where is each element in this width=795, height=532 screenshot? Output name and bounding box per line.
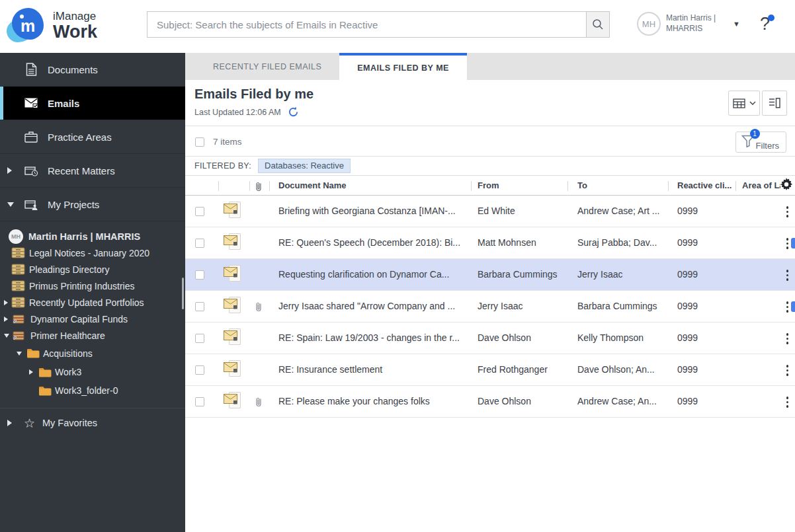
row-checkbox[interactable] (195, 302, 204, 311)
column-header-document-name[interactable]: Document Name (278, 180, 467, 190)
tree-item-recently-updated-portfolios[interactable]: Recently Updated Portfolios (0, 294, 185, 311)
sidebar-scrollbar[interactable] (182, 278, 184, 309)
tab-emails-filed-by-me[interactable]: EMAILS FILED BY ME (339, 53, 467, 80)
tree-item-primer-healthcare[interactable]: Primer Healthcare (0, 327, 185, 344)
expand-arrow-icon[interactable] (7, 167, 12, 174)
sidebar-item-recent-matters[interactable]: Recent Matters (0, 154, 185, 188)
preview-pane-icon (769, 98, 780, 108)
search-icon (592, 19, 604, 30)
search-input[interactable] (147, 11, 586, 38)
filters-label: Filters (756, 141, 779, 151)
imanage-logo-icon: m (7, 8, 45, 44)
row-menu-kebab-icon[interactable] (786, 365, 789, 376)
app-header: m iManage Work MH Martin Harris | MHARRI… (0, 0, 795, 53)
preview-pane-button[interactable] (762, 91, 787, 116)
column-header-from[interactable]: From (478, 180, 570, 190)
sidebar-item-practice-areas[interactable]: Practice Areas (0, 120, 185, 154)
cell-from: Ed White (478, 196, 570, 227)
row-menu-kebab-icon[interactable] (786, 301, 789, 313)
row-menu-kebab-icon[interactable] (786, 206, 789, 217)
cell-to: Andrew Case; Art ... (577, 196, 670, 227)
help-button[interactable]: ? (760, 14, 770, 34)
cell-from: Fred Rothganger (478, 354, 570, 385)
tree-item-dynamor-capital-funds[interactable]: Dynamor Capital Funds (0, 311, 185, 327)
column-header-area-of-law[interactable]: Area of La (742, 180, 780, 190)
row-menu-kebab-icon[interactable] (786, 397, 789, 408)
tree-item-label: Recently Updated Portfolios (29, 297, 144, 308)
email-row[interactable]: Briefing with Georgiana Costanza [IMAN-.… (185, 196, 795, 227)
tree-item-label: Dynamor Capital Funds (30, 314, 128, 324)
email-row[interactable]: RE: Spain: Law 19/2003 - changes in the … (185, 323, 795, 354)
column-header-to[interactable]: To (577, 180, 670, 190)
paperclip-icon[interactable] (255, 180, 263, 192)
sidebar-item-emails[interactable]: Emails (0, 87, 185, 120)
row-menu-kebab-icon[interactable] (786, 238, 789, 249)
row-checkbox[interactable] (195, 334, 204, 343)
column-settings-gear-icon[interactable] (780, 178, 793, 193)
row-checkbox[interactable] (195, 239, 204, 248)
email-row[interactable]: RE: Insurance settlement Fred Rothganger… (185, 354, 795, 386)
tree-item-label: Acquisitions (43, 348, 93, 359)
cell-reactive-client: 0999 (677, 354, 734, 385)
select-all-checkbox[interactable] (195, 137, 204, 147)
expand-arrow-icon[interactable] (4, 317, 8, 322)
row-menu-kebab-icon[interactable] (786, 333, 789, 344)
email-row[interactable]: RE: Queen's Speech (December 2018): Bi..… (185, 227, 795, 259)
sidebar-item-my-favorites[interactable]: ☆ My Favorites (0, 408, 185, 437)
workspace-icon (13, 331, 24, 340)
expand-arrow-icon[interactable] (4, 300, 8, 305)
cell-document-name: Jerry Isaac shared "Arrow Company and ..… (278, 291, 467, 322)
tree-item-label: Pleadings Directory (29, 264, 109, 275)
column-header-reactive-client[interactable]: Reactive cli... (677, 180, 734, 190)
collapse-arrow-icon[interactable] (4, 334, 9, 338)
search-button[interactable] (586, 11, 610, 38)
sidebar-item-my-projects[interactable]: My Projects (0, 188, 185, 221)
collapse-arrow-icon[interactable] (7, 202, 14, 207)
title-section: Emails Filed by me Last Updated 12:06 AM (185, 80, 795, 126)
filtered-by-label: FILTERED BY: (194, 161, 251, 171)
tree-item-legal-notices[interactable]: Legal Notices - January 2020 (0, 245, 185, 261)
tree-item-label: Work3 (55, 367, 81, 377)
expand-arrow-icon[interactable] (29, 369, 33, 375)
column-separator (471, 181, 472, 191)
filters-button[interactable]: 1 Filters (735, 132, 786, 153)
sidebar-item-label: My Projects (48, 199, 99, 210)
filter-chip-databases[interactable]: Databases: Reactive (258, 159, 351, 173)
row-checkbox[interactable] (195, 270, 204, 280)
table-view-button[interactable] (728, 91, 760, 116)
cell-document-name: RE: Please make your changes folks (278, 386, 467, 417)
email-document-icon (224, 233, 241, 254)
user-menu[interactable]: MH Martin Harris | MHARRIS ▼ ? (637, 12, 770, 36)
cell-document-name: RE: Insurance settlement (278, 354, 467, 385)
cell-from: Barbara Cummings (478, 259, 570, 290)
tree-item-pleadings-directory[interactable]: Pleadings Directory (0, 261, 185, 278)
refresh-icon[interactable] (288, 106, 299, 118)
chevron-down-icon[interactable]: ▼ (733, 20, 740, 28)
sidebar-item-documents[interactable]: Documents (0, 53, 185, 87)
user-name: Martin Harris | MHARRIS (666, 13, 716, 34)
my-projects-icon (24, 199, 38, 210)
row-checkbox[interactable] (195, 207, 204, 216)
tree-item-user-root[interactable]: MH Martin Harris | MHARRIS (0, 228, 185, 245)
tree-item-label: Work3_folder-0 (55, 385, 118, 396)
brand-logo: m iManage Work (7, 8, 97, 44)
drawer-icon (11, 297, 25, 308)
avatar: MH (9, 229, 23, 244)
row-menu-kebab-icon[interactable] (786, 270, 789, 281)
email-row[interactable]: Jerry Isaac shared "Arrow Company and ..… (185, 291, 795, 323)
tree-item-acquisitions[interactable]: Acquisitions (0, 344, 185, 363)
row-checkbox[interactable] (195, 397, 204, 406)
row-checkbox[interactable] (195, 365, 204, 375)
tree-item-primus-printing[interactable]: Primus Printing Industries (0, 278, 185, 294)
email-row-selected[interactable]: Requesting clarification on Dynamor Ca..… (185, 259, 795, 291)
tab-recently-filed-emails[interactable]: RECENTLY FILED EMAILS (195, 53, 339, 80)
tree-item-work3-folder-0[interactable]: Work3_folder-0 (0, 381, 185, 400)
email-row[interactable]: RE: Please make your changes folks Dave … (185, 386, 795, 418)
email-document-icon (224, 328, 241, 349)
sidebar-item-label: My Favorites (42, 418, 97, 428)
cell-reactive-client: 0999 (677, 323, 734, 354)
sidebar-item-label: Practice Areas (48, 132, 112, 143)
expand-arrow-icon[interactable] (7, 420, 12, 426)
tree-item-work3[interactable]: Work3 (0, 363, 185, 381)
collapse-arrow-icon[interactable] (17, 352, 22, 356)
